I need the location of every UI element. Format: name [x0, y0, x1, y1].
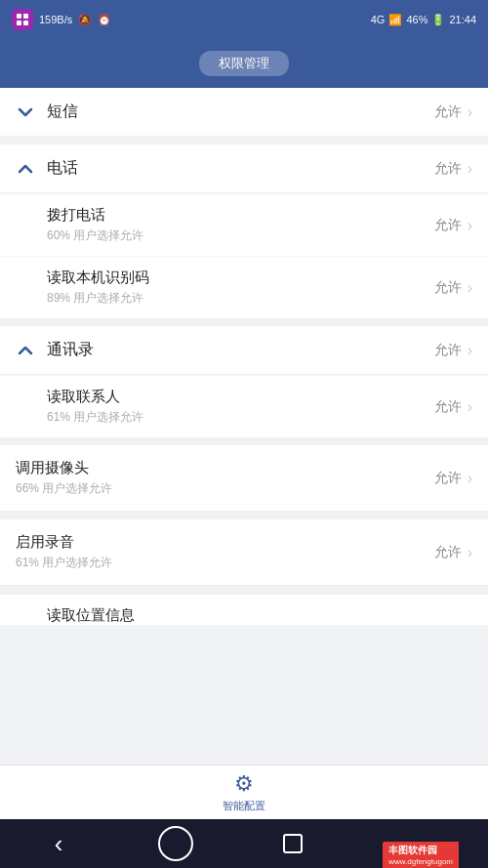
svg-rect-1 — [23, 14, 28, 19]
recent-button[interactable] — [264, 824, 322, 863]
read-contacts-item[interactable]: 读取联系人 61% 用户选择允许 允许 › — [0, 375, 488, 437]
contacts-permission: 允许 — [434, 342, 462, 359]
read-contacts-permission: 允许 — [434, 398, 462, 416]
camera-item[interactable]: 调用摄像头 66% 用户选择允许 允许 › — [0, 445, 488, 512]
app-icon — [12, 9, 33, 30]
camera-section: 调用摄像头 66% 用户选择允许 允许 › — [0, 445, 488, 512]
read-device-id-subtitle: 89% 用户选择允许 — [47, 290, 434, 307]
battery-percent: 46% — [406, 14, 427, 25]
dial-phone-subtitle: 60% 用户选择允许 — [47, 227, 434, 244]
alarm-icon: ⏰ — [98, 14, 111, 26]
content-area: 短信 允许 › 电话 允许 › 拨打电话 60% 用户选择允许 允许 › — [0, 88, 488, 765]
back-icon: ‹ — [55, 829, 63, 859]
home-button[interactable] — [146, 824, 205, 863]
contacts-section-header[interactable]: 通讯录 允许 › — [0, 326, 488, 375]
read-device-id-permission: 允许 — [434, 279, 462, 297]
phone-expand-icon — [16, 159, 35, 179]
svg-rect-3 — [23, 21, 28, 25]
svg-rect-2 — [17, 21, 21, 25]
camera-content: 调用摄像头 66% 用户选择允许 — [16, 459, 434, 497]
read-device-id-content: 读取本机识别码 89% 用户选择允许 — [47, 269, 434, 307]
audio-content: 启用录音 61% 用户选择允许 — [16, 533, 434, 571]
phone-title: 电话 — [47, 158, 434, 179]
dial-phone-title: 拨打电话 — [47, 206, 434, 225]
contacts-expand-icon — [16, 341, 35, 360]
read-device-id-chevron-icon: › — [468, 279, 472, 297]
audio-section: 启用录音 61% 用户选择允许 允许 › — [0, 519, 488, 586]
contacts-chevron-icon: › — [468, 342, 472, 359]
recent-square-icon — [283, 834, 303, 853]
brand-url: www.dgfengtugom — [388, 857, 453, 866]
phone-permission: 允许 — [434, 160, 462, 178]
brand-logo: 丰图软件园 www.dgfengtugom — [383, 842, 459, 868]
dial-phone-permission: 允许 — [434, 217, 462, 234]
nav-bar: ‹ 丰图软件园 www.dgfengtugom — [0, 819, 488, 868]
phone-section: 电话 允许 › 拨打电话 60% 用户选择允许 允许 › 读取本机识别码 89%… — [0, 145, 488, 318]
phone-section-header[interactable]: 电话 允许 › — [0, 145, 488, 193]
smart-config-icon: ⚙ — [234, 771, 254, 797]
read-contacts-subtitle: 61% 用户选择允许 — [47, 409, 434, 426]
read-contacts-chevron-icon: › — [468, 398, 472, 416]
svg-rect-0 — [17, 14, 21, 19]
camera-title: 调用摄像头 — [16, 459, 434, 477]
location-title-partial: 读取位置信息 — [47, 606, 472, 625]
location-item-partial: 读取位置信息 — [0, 594, 488, 625]
sms-title: 短信 — [47, 102, 434, 122]
camera-permission: 允许 — [434, 470, 462, 487]
back-button[interactable]: ‹ — [29, 824, 88, 863]
audio-item[interactable]: 启用录音 61% 用户选择允许 允许 › — [0, 519, 488, 586]
sms-permission: 允许 — [434, 103, 462, 121]
smart-config-label: 智能配置 — [223, 799, 265, 813]
phone-chevron-icon: › — [468, 160, 472, 178]
status-bar: 159B/s 🔕 ⏰ 4G 📶 46% 🔋 21:44 — [0, 0, 488, 39]
sms-chevron-icon: › — [468, 103, 472, 121]
read-contacts-content: 读取联系人 61% 用户选择允许 — [47, 388, 434, 426]
sms-section: 短信 允许 › — [0, 88, 488, 137]
brand-text: 丰图软件园 — [388, 844, 453, 857]
time-display: 21:44 — [449, 14, 476, 25]
brand-area: 丰图软件园 www.dgfengtugom — [381, 819, 459, 868]
status-right: 4G 📶 46% 🔋 21:44 — [371, 14, 476, 26]
chevron-down-icon — [16, 103, 35, 122]
dial-phone-item[interactable]: 拨打电话 60% 用户选择允许 允许 › — [0, 193, 488, 256]
contacts-section: 通讯录 允许 › 读取联系人 61% 用户选择允许 允许 › — [0, 326, 488, 437]
mute-icon: 🔕 — [78, 14, 92, 26]
read-device-id-title: 读取本机识别码 — [47, 269, 434, 287]
bottom-tab-bar[interactable]: ⚙ 智能配置 — [0, 765, 488, 819]
location-section-partial: 读取位置信息 — [0, 594, 488, 625]
audio-title: 启用录音 — [16, 533, 434, 552]
speed-indicator: 159B/s — [39, 14, 72, 25]
app-header: 权限管理 — [0, 39, 488, 88]
camera-subtitle: 66% 用户选择允许 — [16, 480, 434, 497]
audio-chevron-icon: › — [468, 544, 472, 561]
camera-chevron-icon: › — [468, 470, 472, 487]
network-type: 4G — [371, 14, 386, 25]
dial-phone-chevron-icon: › — [468, 217, 472, 234]
sms-section-header[interactable]: 短信 允许 › — [0, 88, 488, 137]
read-device-id-item[interactable]: 读取本机识别码 89% 用户选择允许 允许 › — [0, 256, 488, 318]
battery-icon: 🔋 — [431, 14, 445, 26]
contacts-title: 通讯录 — [47, 340, 434, 360]
audio-subtitle: 61% 用户选择允许 — [16, 555, 434, 571]
audio-permission: 允许 — [434, 544, 462, 561]
status-left: 159B/s 🔕 ⏰ — [12, 9, 111, 30]
signal-icon: 📶 — [388, 14, 402, 26]
read-contacts-title: 读取联系人 — [47, 388, 434, 406]
home-circle-icon — [158, 826, 193, 861]
header-title: 权限管理 — [199, 51, 289, 76]
dial-phone-content: 拨打电话 60% 用户选择允许 — [47, 206, 434, 244]
